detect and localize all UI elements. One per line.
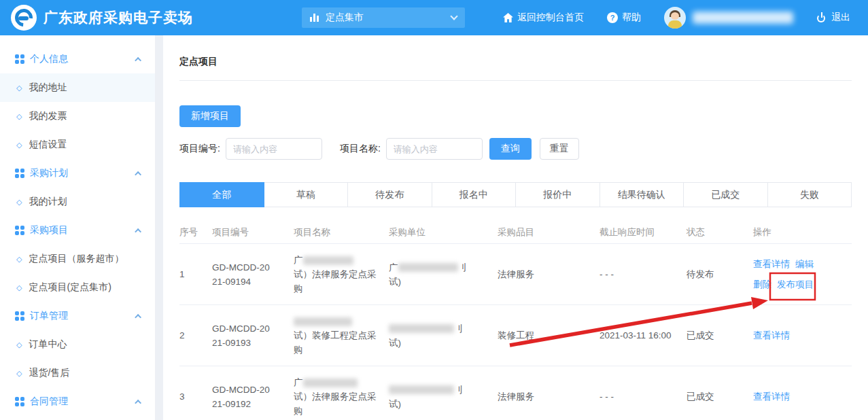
deadline: - - - xyxy=(600,267,687,281)
operations: 查看详情编辑 删除发布项目 xyxy=(753,254,852,295)
chevron-up-icon xyxy=(135,399,141,406)
project-no-input[interactable] xyxy=(226,138,322,160)
redacted-text xyxy=(389,385,454,394)
sidebar-section-contract-management[interactable]: 合同管理 xyxy=(0,387,155,416)
view-detail-link[interactable]: 查看详情 xyxy=(753,330,790,340)
sidebar-section-procurement-plan[interactable]: 采购计划 xyxy=(0,159,155,188)
power-icon xyxy=(816,12,827,23)
page-title: 定点项目 xyxy=(179,35,852,81)
status-tabs: 全部 草稿 待发布 报名中 报价中 结果待确认 已成交 失败 xyxy=(179,182,852,207)
row-index: 3 xyxy=(179,389,212,404)
table-header: 序号 项目编号 项目名称 采购单位 采购品目 截止响应时间 状态 操作 xyxy=(179,221,852,244)
marketplace-dropdown[interactable]: 定点集市 xyxy=(302,7,465,28)
sidebar-item-sms-settings[interactable]: ◇短信设置 xyxy=(0,130,155,159)
search-button[interactable]: 查询 xyxy=(489,138,532,160)
sidebar-item-my-address[interactable]: ◇我的地址 xyxy=(0,73,155,102)
project-name-label: 项目名称: xyxy=(340,143,381,155)
tab-all[interactable]: 全部 xyxy=(179,182,264,207)
redacted-text xyxy=(303,256,353,265)
redacted-text xyxy=(398,263,458,272)
status-text: 待发布 xyxy=(687,267,753,281)
username-redacted xyxy=(693,12,793,24)
project-no-label: 项目编号: xyxy=(179,143,220,155)
project-name-input[interactable] xyxy=(386,138,483,160)
tab-failed[interactable]: 失败 xyxy=(768,182,852,207)
logout-link[interactable]: 退出 xyxy=(816,12,850,24)
user-account[interactable] xyxy=(664,7,793,29)
brand: 广东政府采购电子卖场 xyxy=(0,5,285,31)
diamond-icon: ◇ xyxy=(16,84,22,92)
grid-icon xyxy=(15,54,24,64)
purchase-item: 装修工程 xyxy=(498,328,600,343)
filter-bar: 项目编号: 项目名称: 查询 重置 xyxy=(179,138,852,160)
table-row: 1 GD-MCDD-2021-09194 广 试）法律服务定点采购 广刂 试) … xyxy=(179,244,852,305)
tab-completed[interactable]: 已成交 xyxy=(684,182,768,207)
sidebar-section-procurement-project[interactable]: 采购项目 xyxy=(0,216,155,245)
project-no: GD-MCDD-2021-09192 xyxy=(212,383,294,411)
sidebar-item-fixed-point-service-supermarket[interactable]: ◇定点项目（服务超市） xyxy=(0,245,155,273)
table-row: 2 GD-MCDD-2021-09193 试）装修工程定点采购 刂 试) 装修工… xyxy=(179,305,852,366)
row-index: 1 xyxy=(179,267,212,281)
edit-link[interactable]: 编辑 xyxy=(795,259,814,269)
deadline: - - - xyxy=(600,389,687,404)
bar-chart-icon xyxy=(310,14,319,22)
operations: 查看详情 xyxy=(753,326,852,346)
purchase-unit: 刂 试) xyxy=(389,383,498,411)
brand-logo-icon xyxy=(11,5,37,31)
chevron-up-icon xyxy=(135,56,141,63)
purchase-item: 法律服务 xyxy=(498,389,600,404)
table-row: 3 GD-MCDD-2021-09192 广 试）法律服务定点采购 刂 试) 法… xyxy=(179,366,852,420)
add-project-button[interactable]: 新增项目 xyxy=(179,105,241,127)
delete-link[interactable]: 删除 xyxy=(753,279,771,290)
diamond-icon: ◇ xyxy=(16,340,22,349)
diamond-icon: ◇ xyxy=(16,141,22,150)
reset-button[interactable]: 重置 xyxy=(540,138,579,160)
top-header: 广东政府采购电子卖场 定点集市 返回控制台首页 ? 帮助 退出 xyxy=(0,0,868,35)
tab-quoting[interactable]: 报价中 xyxy=(516,182,600,207)
grid-icon xyxy=(15,226,24,235)
project-name: 广 试）法律服务定点采购 xyxy=(294,375,389,418)
sidebar-item-order-center[interactable]: ◇订单中心 xyxy=(0,330,155,359)
return-console-link[interactable]: 返回控制台首页 xyxy=(503,12,584,24)
sidebar-item-fixed-point-market[interactable]: ◇定点项目(定点集市) xyxy=(0,273,155,302)
purchase-unit: 广刂 试) xyxy=(389,260,498,289)
tab-pending-publish[interactable]: 待发布 xyxy=(348,182,432,207)
avatar xyxy=(664,7,686,29)
redacted-text xyxy=(294,317,352,326)
sidebar-item-returns-aftersales[interactable]: ◇退货/售后 xyxy=(0,359,155,387)
marketplace-dropdown-value: 定点集市 xyxy=(326,12,445,24)
sidebar-section-order-management[interactable]: 订单管理 xyxy=(0,302,155,330)
publish-project-link[interactable]: 发布项目 xyxy=(777,279,814,290)
help-link[interactable]: ? 帮助 xyxy=(607,12,641,24)
brand-title: 广东政府采购电子卖场 xyxy=(44,8,193,27)
sidebar-item-my-plan[interactable]: ◇我的计划 xyxy=(0,188,155,216)
sidebar-item-my-invoices[interactable]: ◇我的发票 xyxy=(0,102,155,130)
tab-draft[interactable]: 草稿 xyxy=(264,182,349,207)
tab-registering[interactable]: 报名中 xyxy=(432,182,517,207)
sidebar-section-personal-info[interactable]: 个人信息 xyxy=(0,45,155,73)
tab-result-pending[interactable]: 结果待确认 xyxy=(600,182,684,207)
chevron-up-icon xyxy=(135,228,141,234)
purchase-item: 法律服务 xyxy=(498,267,600,281)
purchase-unit: 刂 试) xyxy=(389,321,498,350)
projects-table: 序号 项目编号 项目名称 采购单位 采购品目 截止响应时间 状态 操作 1 GD… xyxy=(179,221,852,420)
row-index: 2 xyxy=(179,328,212,343)
project-name: 广 试）法律服务定点采购 xyxy=(294,253,389,296)
diamond-icon: ◇ xyxy=(16,369,22,378)
redacted-text xyxy=(389,324,454,333)
view-detail-link[interactable]: 查看详情 xyxy=(753,391,790,402)
deadline: 2021-03-11 16:00 xyxy=(600,328,687,343)
diamond-icon: ◇ xyxy=(16,255,22,264)
diamond-icon: ◇ xyxy=(16,198,22,207)
grid-icon xyxy=(15,169,24,178)
status-text: 已成交 xyxy=(687,328,753,343)
project-name: 试）装修工程定点采购 xyxy=(294,314,389,357)
view-detail-link[interactable]: 查看详情 xyxy=(753,259,790,269)
project-no: GD-MCDD-2021-09194 xyxy=(212,260,294,289)
sidebar: 个人信息 ◇我的地址 ◇我的发票 ◇短信设置 采购计划 ◇我的计划 采购项目 ◇… xyxy=(0,35,155,420)
home-icon xyxy=(503,13,513,22)
operations: 查看详情 xyxy=(753,387,852,407)
redacted-text xyxy=(303,379,358,387)
grid-icon xyxy=(15,397,24,406)
diamond-icon: ◇ xyxy=(16,112,22,121)
